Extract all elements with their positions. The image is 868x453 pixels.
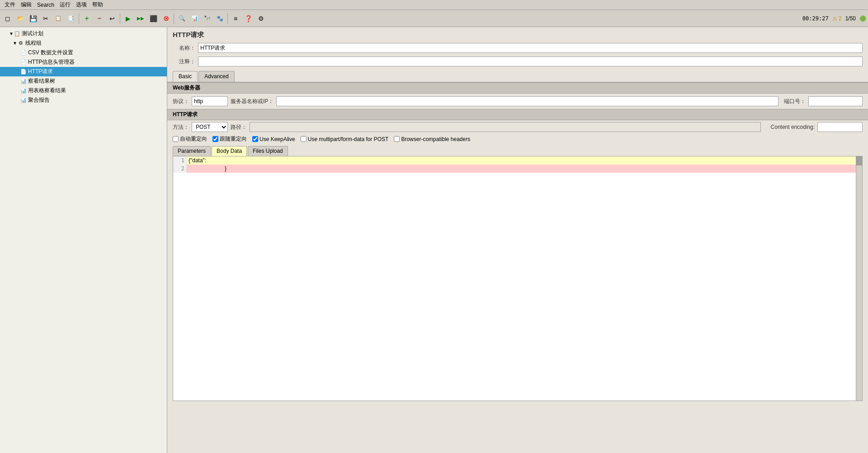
help-button[interactable]: ❓ — [242, 13, 254, 24]
cb-multipart-input[interactable] — [301, 136, 307, 142]
icon-http-header: 📄 — [20, 59, 27, 65]
cb-browser-compat[interactable]: Browser-compatible headers — [394, 136, 470, 142]
sub-tab-files-upload[interactable]: Files Upload — [248, 146, 288, 156]
undo-button[interactable]: ↩ — [106, 13, 118, 24]
web-server-section: Web服务器 — [167, 82, 868, 94]
new-button[interactable]: ◻ — [2, 13, 14, 24]
line-num-2: 2 — [173, 165, 187, 173]
cb-auto-redirect-input[interactable] — [173, 136, 179, 142]
tab-advanced[interactable]: Advanced — [198, 71, 234, 82]
method-select[interactable]: POST GET PUT DELETE — [192, 122, 228, 132]
port-input[interactable] — [808, 96, 863, 106]
encoding-label: Content encoding: — [771, 124, 815, 130]
protocol-input[interactable] — [192, 96, 228, 106]
cb-follow-redirect-input[interactable] — [212, 136, 218, 142]
icon-result-table: 📊 — [20, 88, 27, 94]
cb-auto-redirect[interactable]: 自动重定向 — [173, 135, 207, 143]
sidebar-item-aggregate[interactable]: 📊 聚合报告 — [0, 95, 167, 105]
encoding-input[interactable] — [817, 122, 863, 132]
icon-http-request: 📄 — [20, 69, 27, 75]
sidebar-item-result-table[interactable]: 📊 用表格察看结果 — [0, 86, 167, 95]
sidebar-item-result-tree[interactable]: 📊 察看结果树 — [0, 76, 167, 86]
label-result-table: 用表格察看结果 — [28, 87, 66, 94]
arrow-thread-group: ▼ — [13, 41, 17, 46]
menu-run[interactable]: 运行 — [57, 0, 73, 9]
sidebar-item-thread-group[interactable]: ▼ ⚙ 线程组 — [0, 38, 167, 48]
tab-bar: Basic Advanced — [167, 68, 868, 82]
add-button[interactable]: + — [81, 13, 93, 24]
scrollbar-v[interactable] — [856, 156, 862, 401]
scrollbar-thumb[interactable] — [856, 156, 862, 165]
list-button[interactable]: ≡ — [230, 13, 241, 24]
cb-browser-compat-input[interactable] — [394, 136, 400, 142]
cut-button[interactable]: ✂ — [40, 13, 52, 24]
menu-search[interactable]: Search — [34, 1, 57, 9]
name-row: 名称： — [167, 41, 868, 55]
sub-tab-body-data[interactable]: Body Data — [212, 146, 247, 156]
path-input[interactable] — [250, 122, 761, 132]
label-result-tree: 察看结果树 — [28, 77, 55, 85]
server-label: 服务器名称或IP： — [231, 98, 274, 105]
paste-button[interactable]: 📑 — [65, 13, 77, 24]
track-button[interactable]: 🐾 — [214, 13, 226, 24]
code-line-2: 2 } — [173, 165, 862, 173]
checkboxes-row: 自动重定向 跟随重定向 Use KeepAlive Use multipart/… — [167, 134, 868, 144]
open-button[interactable]: 📂 — [14, 13, 26, 24]
chart-button[interactable]: 📊 — [189, 13, 200, 24]
path-label: 路径： — [231, 123, 247, 131]
sidebar-item-http-request[interactable]: 📄 HTTP请求 — [0, 67, 167, 76]
menu-file[interactable]: 文件 — [2, 0, 18, 9]
icon-result-tree: 📊 — [20, 78, 27, 84]
label-aggregate: 聚合报告 — [28, 96, 50, 104]
main-layout: ▼ 📋 测试计划 ▼ ⚙ 线程组 📄 CSV 数据文件设置 📄 — [0, 27, 868, 453]
warnings-display: ⚠ 2 — [832, 15, 842, 22]
cb-multipart[interactable]: Use multipart/form-data for POST — [301, 136, 389, 142]
comment-label: 注释： — [173, 58, 195, 66]
panel-title: HTTP请求 — [167, 27, 868, 41]
stop-button[interactable]: ⬛ — [147, 13, 159, 24]
cb-keepalive-input[interactable] — [252, 136, 258, 142]
menu-help[interactable]: 帮助 — [90, 0, 106, 9]
close-button[interactable]: ⊗ — [160, 13, 172, 24]
http-method-row: 方法： POST GET PUT DELETE 路径： Content enco… — [167, 120, 868, 134]
run-all-button[interactable]: ▶▶ — [135, 13, 146, 24]
settings-button[interactable]: ⚙ — [255, 13, 267, 24]
cb-multipart-label: Use multipart/form-data for POST — [308, 136, 389, 142]
icon-aggregate: 📊 — [20, 97, 27, 103]
code-line-1: 1 {"data": — [173, 156, 862, 165]
label-csv: CSV 数据文件设置 — [28, 49, 73, 57]
save-button[interactable]: 💾 — [27, 13, 39, 24]
menu-options[interactable]: 选项 — [73, 0, 90, 9]
progress-display: 1/50 — [845, 15, 856, 22]
sub-tab-bar: Parameters Body Data Files Upload — [167, 144, 868, 156]
menubar: 文件 编辑 Search 运行 选项 帮助 — [0, 0, 868, 10]
copy-button[interactable]: 📋 — [52, 13, 64, 24]
name-input[interactable] — [198, 43, 863, 53]
cb-keepalive[interactable]: Use KeepAlive — [252, 136, 295, 142]
toolbar: ◻ 📂 💾 ✂ 📋 📑 + − ↩ ▶ ▶▶ ⬛ ⊗ 🔍 📊 🔭 🐾 ≡ ❓ ⚙… — [0, 10, 868, 27]
tab-basic[interactable]: Basic — [173, 71, 198, 82]
code-editor[interactable]: 1 {"data": 2 } — [173, 156, 863, 401]
sidebar-item-test-plan[interactable]: ▼ 📋 测试计划 — [0, 29, 167, 38]
http-request-section: HTTP请求 — [167, 109, 868, 120]
label-thread-group: 线程组 — [25, 39, 42, 47]
menu-edit[interactable]: 编辑 — [18, 0, 34, 9]
run-button[interactable]: ▶ — [122, 13, 134, 24]
cb-browser-compat-label: Browser-compatible headers — [401, 136, 470, 142]
sep2 — [120, 13, 120, 24]
icon-csv: 📄 — [20, 50, 27, 56]
cb-keepalive-label: Use KeepAlive — [259, 136, 295, 142]
sidebar-item-http-header[interactable]: 📄 HTTP信息头管理器 — [0, 57, 167, 67]
server-input[interactable] — [276, 96, 778, 106]
telescope-button[interactable]: 🔭 — [201, 13, 213, 24]
sidebar-item-csv[interactable]: 📄 CSV 数据文件设置 — [0, 48, 167, 57]
cb-follow-redirect[interactable]: 跟随重定向 — [212, 135, 247, 143]
icon-thread-group: ⚙ — [17, 40, 24, 46]
search-button[interactable]: 🔍 — [176, 13, 188, 24]
line-content-1: {"data": — [187, 156, 208, 165]
label-http-request: HTTP请求 — [28, 68, 53, 76]
cb-follow-redirect-label: 跟随重定向 — [220, 135, 247, 143]
remove-button[interactable]: − — [94, 13, 105, 24]
comment-input[interactable] — [198, 57, 863, 66]
sub-tab-parameters[interactable]: Parameters — [173, 146, 211, 156]
